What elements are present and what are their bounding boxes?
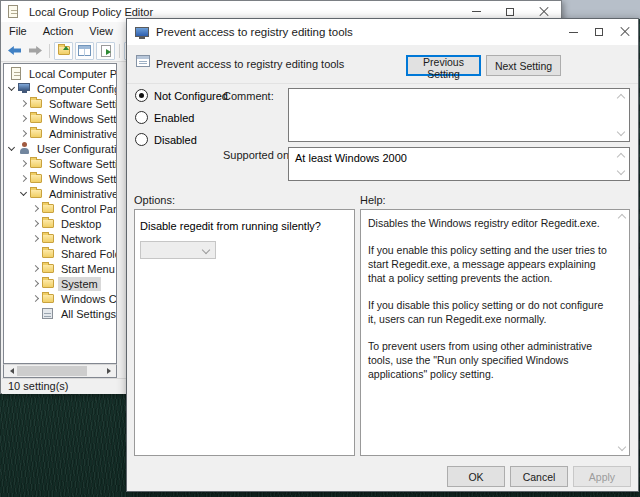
comment-label: Comment: [223, 90, 274, 102]
help-paragraph: If you enable this policy setting and th… [368, 243, 611, 285]
radio-disabled[interactable]: Disabled [135, 133, 197, 146]
chevron-right-icon[interactable] [32, 265, 39, 272]
help-panel[interactable]: Disables the Windows registry editor Reg… [360, 209, 630, 456]
back-button[interactable] [5, 42, 24, 60]
menu-action[interactable]: Action [39, 23, 78, 39]
apply-button[interactable]: Apply [573, 466, 631, 487]
tree-item-network[interactable]: Network [4, 231, 116, 246]
dialog-close-button[interactable] [612, 19, 638, 45]
comment-input[interactable] [289, 89, 629, 141]
tree-item-user-configuration[interactable]: User Configuration [4, 141, 116, 156]
dialog-window-controls [560, 19, 638, 45]
horizontal-scrollbar[interactable] [3, 364, 117, 378]
toolbar-separator [119, 44, 120, 58]
radio-icon[interactable] [135, 111, 148, 124]
chevron-down-icon[interactable] [8, 84, 15, 91]
back-arrow-icon [8, 46, 21, 55]
desktop: Local Group Policy Editor File Action Vi… [0, 0, 640, 497]
cancel-button[interactable]: Cancel [510, 466, 568, 487]
maximize-icon [506, 8, 514, 16]
tree-item-software-settings-user[interactable]: Software Settings [4, 156, 116, 171]
selected-tree-item-label: System [58, 277, 101, 291]
chevron-right-icon[interactable] [20, 130, 27, 137]
folder-icon [42, 234, 54, 243]
folder-icon [42, 279, 54, 288]
dialog-minimize-button[interactable] [560, 19, 586, 45]
dialog-maximize-button[interactable] [586, 19, 612, 45]
policy-setting-name: Prevent access to registry editing tools [156, 58, 344, 70]
scroll-left-button[interactable] [4, 365, 16, 377]
scrollbar-thumb[interactable] [17, 366, 87, 376]
chevron-right-icon[interactable] [20, 160, 27, 167]
menu-file[interactable]: File [5, 23, 31, 39]
supported-on-box[interactable]: At least Windows 2000 [288, 147, 630, 181]
policy-setting-icon [136, 55, 150, 67]
folder-icon [30, 114, 42, 123]
tree-item-shared-folders[interactable]: Shared Folders [4, 246, 116, 261]
tree-item-computer-configuration[interactable]: Computer Configuration [4, 81, 116, 96]
scroll-document-icon [8, 5, 18, 18]
chevron-right-icon[interactable] [20, 100, 27, 107]
tree-item-admin-templates-computer[interactable]: Administrative Templates [4, 126, 116, 141]
tree-item-windows-settings-computer[interactable]: Windows Settings [4, 111, 116, 126]
forward-button[interactable] [26, 42, 45, 60]
tree-item-start-menu-and-taskbar[interactable]: Start Menu and Taskbar [4, 261, 116, 276]
help-paragraph: To prevent users from using other admini… [368, 339, 611, 381]
previous-setting-button[interactable]: Previous Setting [406, 55, 481, 76]
chevron-down-icon[interactable] [8, 144, 15, 151]
scroll-left-icon [7, 368, 14, 374]
scroll-down-icon[interactable] [617, 167, 625, 175]
scroll-down-icon[interactable] [618, 443, 626, 451]
export-list-icon [101, 45, 111, 57]
tree-item-windows-settings-user[interactable]: Windows Settings [4, 171, 116, 186]
folder-icon [42, 219, 54, 228]
tree-item-control-panel[interactable]: Control Panel [4, 201, 116, 216]
computer-icon [18, 83, 30, 91]
folder-icon [30, 189, 42, 198]
console-root-icon [11, 67, 21, 80]
chevron-right-icon[interactable] [32, 220, 39, 227]
user-icon [19, 142, 30, 154]
tree-item-desktop[interactable]: Desktop [4, 216, 116, 231]
chevron-right-icon[interactable] [20, 175, 27, 182]
tree-item-local-computer-policy[interactable]: Local Computer Policy [4, 66, 116, 81]
comment-box [288, 88, 630, 142]
radio-enabled[interactable]: Enabled [135, 111, 194, 124]
tree-item-all-settings[interactable]: All Settings [4, 306, 116, 321]
forward-arrow-icon [29, 46, 42, 55]
chevron-right-icon[interactable] [20, 115, 27, 122]
window-title: Local Group Policy Editor [29, 6, 153, 18]
chevron-right-icon[interactable] [32, 295, 39, 302]
dialog-titlebar[interactable]: Prevent access to registry editing tools [127, 19, 638, 45]
menu-view[interactable]: View [85, 23, 117, 39]
next-setting-button[interactable]: Next Setting [486, 55, 561, 76]
tree-item-admin-templates-user[interactable]: Administrative Templates [4, 186, 116, 201]
minimize-icon [472, 11, 481, 12]
radio-not-configured[interactable]: Not Configured [135, 89, 228, 102]
desktop-background-patch [562, 0, 640, 19]
all-settings-icon [42, 308, 53, 319]
help-paragraph: If you disable this policy setting or do… [368, 298, 611, 326]
folder-icon [42, 264, 54, 273]
help-paragraph: Disables the Windows registry editor Reg… [368, 216, 611, 230]
folder-icon [42, 249, 54, 258]
chevron-right-icon[interactable] [32, 205, 39, 212]
chevron-right-icon[interactable] [32, 235, 39, 242]
export-list-button[interactable] [96, 42, 115, 60]
folder-icon [30, 174, 42, 183]
radio-selected-icon[interactable] [135, 89, 148, 102]
tree-item-windows-components[interactable]: Windows Components [4, 291, 116, 306]
tree-item-system[interactable]: System [4, 276, 116, 291]
monitor-icon [135, 27, 149, 37]
show-window-button[interactable] [75, 42, 94, 60]
chevron-right-icon[interactable] [32, 280, 39, 287]
toolbar-separator [49, 44, 50, 58]
radio-icon[interactable] [135, 133, 148, 146]
scroll-right-button[interactable] [104, 365, 116, 377]
options-dropdown[interactable] [140, 241, 216, 259]
ok-button[interactable]: OK [447, 466, 505, 487]
tree-item-software-settings-computer[interactable]: Software Settings [4, 96, 116, 111]
scroll-up-icon[interactable] [618, 214, 626, 222]
chevron-down-icon[interactable] [20, 189, 27, 196]
up-one-level-button[interactable] [54, 42, 73, 60]
